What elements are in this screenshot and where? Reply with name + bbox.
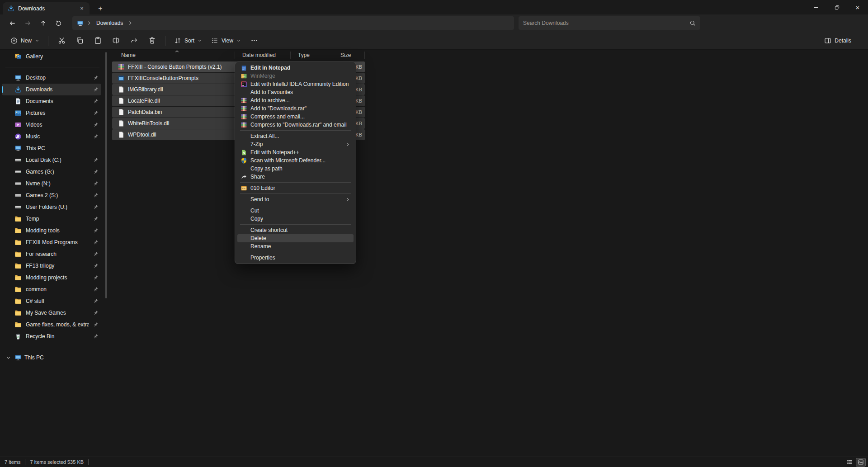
new-tab-button[interactable]: + — [95, 3, 106, 14]
context-menu-item-delete[interactable]: Delete — [237, 234, 354, 242]
downloads-folder-icon — [8, 5, 14, 12]
sidebar-item-downloads[interactable]: Downloads — [2, 84, 101, 95]
details-pane-button[interactable]: Details — [820, 33, 855, 48]
sidebar-item-common[interactable]: common — [2, 283, 101, 295]
context-menu-item-010-editor[interactable]: 010010 Editor — [237, 184, 354, 192]
chevron-down-icon[interactable] — [5, 354, 12, 361]
context-menu-item-add-to-archive[interactable]: Add to archive... — [237, 96, 354, 104]
minimize-button[interactable] — [806, 0, 826, 14]
share-icon — [241, 174, 247, 180]
context-menu-item-add-to-downloads-rar[interactable]: Add to "Downloads.rar" — [237, 104, 354, 113]
sidebar-item-ff13-trilogy[interactable]: FF13 trilogy — [2, 260, 101, 272]
sidebar-item-this-pc[interactable]: This PC — [2, 142, 101, 154]
new-button[interactable]: New — [6, 33, 43, 48]
sidebar-item-label: Desktop — [26, 75, 89, 81]
context-menu-item-compress-and-email[interactable]: Compress and email... — [237, 113, 354, 121]
pin-icon — [93, 287, 99, 292]
sidebar-item-videos[interactable]: Videos — [2, 119, 101, 131]
sidebar-item-c-stuff[interactable]: C# stuff — [2, 295, 101, 307]
breadcrumb-downloads[interactable]: Downloads — [94, 20, 125, 26]
up-button[interactable] — [35, 16, 51, 30]
context-menu-item-compress-to-downloads-rar-and-email[interactable]: Compress to "Downloads.rar" and email — [237, 121, 354, 129]
sidebar-item-temp[interactable]: Temp — [2, 213, 101, 225]
context-menu-item-send-to[interactable]: Send to — [237, 195, 354, 203]
sidebar-item-my-save-games[interactable]: My Save Games — [2, 307, 101, 319]
sidebar-item-this-pc[interactable]: This PC — [2, 352, 101, 363]
details-view-button[interactable] — [844, 458, 854, 467]
context-menu-item-properties[interactable]: Properties — [237, 254, 354, 262]
sort-button-label: Sort — [184, 38, 194, 44]
search-input[interactable] — [523, 20, 686, 26]
context-menu-item-winmerge[interactable]: WinMerge — [237, 72, 354, 80]
sidebar-item-user-folders-u[interactable]: User Folders (U:) — [2, 201, 101, 213]
large-icons-view-button[interactable] — [856, 458, 866, 467]
sidebar-item-for-research[interactable]: For research — [2, 248, 101, 260]
more-options-button[interactable] — [246, 33, 263, 48]
paste-button[interactable] — [89, 33, 106, 48]
context-menu-item-rename[interactable]: Rename — [237, 242, 354, 250]
sidebar-item-label: For research — [26, 251, 89, 257]
sidebar-item-modding-projects[interactable]: Modding projects — [2, 272, 101, 283]
sidebar-item-ffxiii-mod-programs[interactable]: FFXIII Mod Programs — [2, 236, 101, 248]
file-size: KB — [355, 87, 362, 92]
navigation-bar: Downloads — [0, 14, 868, 32]
column-header-date-modified[interactable]: Date modified — [235, 52, 291, 59]
sidebar-item-recycle-bin[interactable]: Recycle Bin — [2, 330, 101, 342]
pin-icon — [93, 322, 99, 328]
pin-icon — [93, 157, 99, 163]
context-menu: Edit in NotepadWinMergeEdit with Intelli… — [235, 61, 356, 264]
context-menu-item-extract-all[interactable]: Extract All... — [237, 132, 354, 140]
tab-close-icon[interactable]: × — [78, 5, 86, 13]
context-menu-item-label: Compress and email... — [250, 113, 305, 120]
cut-button[interactable] — [53, 33, 70, 48]
back-button[interactable] — [5, 16, 20, 30]
context-menu-item-create-shortcut[interactable]: Create shortcut — [237, 226, 354, 234]
view-button[interactable]: View — [207, 33, 245, 48]
sidebar-scrollbar[interactable] — [105, 52, 107, 298]
sidebar-item-nvme-n[interactable]: Nvme (N:) — [2, 178, 101, 189]
address-bar[interactable]: Downloads — [72, 16, 514, 30]
sidebar-item-music[interactable]: Music — [2, 131, 101, 142]
pc-icon — [14, 354, 22, 361]
sidebar-item-pictures[interactable]: Pictures — [2, 107, 101, 119]
context-menu-item-share[interactable]: Share — [237, 173, 354, 181]
context-menu-item-edit-with-intellij-idea-community-edition[interactable]: Edit with IntelliJ IDEA Community Editio… — [237, 80, 354, 88]
rename-button[interactable] — [107, 33, 124, 48]
column-header-type[interactable]: Type — [291, 52, 333, 59]
sidebar-item-desktop[interactable]: Desktop — [2, 72, 101, 84]
context-menu-item-cut[interactable]: Cut — [237, 207, 354, 215]
sidebar-item-game-fixes-mods-extras[interactable]: Game fixes, mods, & extras — [2, 319, 101, 330]
context-menu-item-scan-with-microsoft-defender[interactable]: Scan with Microsoft Defender... — [237, 156, 354, 165]
context-menu-item-7-zip[interactable]: 7-Zip — [237, 140, 354, 148]
column-header-name[interactable]: Name — [112, 52, 235, 59]
share-button[interactable] — [125, 33, 142, 48]
sidebar-item-modding-tools[interactable]: Modding tools — [2, 225, 101, 236]
context-menu-item-edit-in-notepad[interactable]: Edit in Notepad — [237, 64, 354, 72]
sort-button[interactable]: Sort — [170, 33, 206, 48]
maximize-button[interactable] — [826, 0, 847, 14]
forward-button[interactable] — [20, 16, 35, 30]
chevron-right-icon[interactable] — [86, 20, 92, 26]
context-menu-item-copy-as-path[interactable]: Copy as path — [237, 165, 354, 173]
items-count: 7 items — [5, 459, 20, 465]
context-menu-item-copy[interactable]: Copy — [237, 215, 354, 223]
copy-button[interactable] — [71, 33, 88, 48]
new-button-label: New — [21, 38, 32, 44]
sidebar-item-documents[interactable]: Documents — [2, 95, 101, 107]
context-menu-item-label: Add to Favourites — [250, 89, 293, 95]
tab-downloads[interactable]: Downloads × — [3, 2, 90, 14]
context-menu-item-add-to-favourites[interactable]: Add to Favourites — [237, 88, 354, 96]
sidebar-item-games-g[interactable]: Games (G:) — [2, 166, 101, 178]
sidebar-item-games-2-s[interactable]: Games 2 (S:) — [2, 189, 101, 201]
refresh-button[interactable] — [51, 16, 66, 30]
context-menu-item-label: Delete — [250, 235, 266, 241]
context-menu-item-edit-with-notepad[interactable]: Edit with Notepad++ — [237, 148, 354, 156]
close-button[interactable]: × — [847, 0, 868, 14]
chevron-right-icon[interactable] — [127, 20, 133, 26]
column-header-size[interactable]: Size — [333, 52, 365, 59]
sidebar-item-local-disk-c[interactable]: Local Disk (C:) — [2, 154, 101, 166]
folder-icon — [14, 250, 22, 258]
sidebar-item-gallery[interactable]: Gallery — [2, 51, 101, 62]
search-box[interactable] — [519, 16, 700, 30]
delete-button[interactable] — [143, 33, 160, 48]
